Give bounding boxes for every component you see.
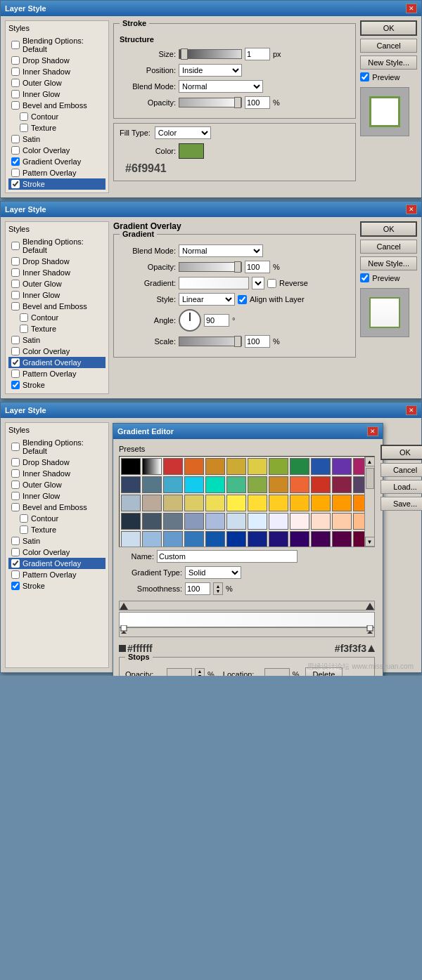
w2-opacity-thumb[interactable] — [234, 261, 241, 273]
sidebar-item-pattern-overlay-3[interactable]: Pattern Overlay — [8, 569, 106, 580]
satin-checkbox-3[interactable] — [11, 537, 20, 545]
sidebar-item-contour-1[interactable]: Contour — [8, 111, 106, 122]
stops-location-input[interactable] — [264, 668, 290, 676]
stops-opacity-input[interactable] — [167, 668, 192, 676]
scroll-down-arrow[interactable]: ▼ — [365, 537, 375, 547]
ge-cancel-button[interactable]: Cancel — [381, 463, 422, 477]
preset-4-1[interactable] — [142, 531, 162, 547]
bevel-checkbox-3[interactable] — [11, 503, 20, 511]
preset-2-3[interactable] — [184, 495, 204, 511]
inner-glow-checkbox-3[interactable] — [11, 492, 20, 500]
sidebar-item-outer-glow-2[interactable]: Outer Glow — [8, 278, 106, 289]
ge-load-button[interactable]: Load... — [381, 480, 422, 494]
sidebar-item-satin-3[interactable]: Satin — [8, 535, 106, 547]
sidebar-item-blending-2[interactable]: Blending Options: Default — [8, 236, 106, 256]
opacity-stop-left[interactable] — [120, 603, 128, 610]
satin-checkbox-2[interactable] — [11, 336, 20, 344]
preset-1-3[interactable] — [184, 476, 204, 493]
new-style-button-1[interactable]: New Style... — [360, 55, 417, 70]
texture-checkbox-2[interactable] — [20, 325, 28, 333]
pattern-overlay-checkbox-3[interactable] — [11, 570, 20, 579]
sidebar-item-outer-glow-3[interactable]: Outer Glow — [8, 479, 106, 490]
preset-4-4[interactable] — [205, 531, 225, 547]
preset-2-4[interactable] — [205, 495, 225, 511]
satin-checkbox-1[interactable] — [11, 135, 20, 143]
drop-shadow-checkbox-1[interactable] — [11, 56, 20, 65]
preset-4-3[interactable] — [184, 531, 204, 547]
gradient-bar[interactable] — [119, 612, 375, 627]
sidebar-item-texture-2[interactable]: Texture — [8, 323, 106, 334]
color-stop-left[interactable] — [120, 625, 128, 635]
opacity-input[interactable] — [245, 96, 270, 109]
w2-opacity-input[interactable] — [245, 261, 270, 273]
stroke-checkbox-2[interactable] — [11, 381, 20, 389]
sidebar-item-inner-shadow-1[interactable]: Inner Shadow — [8, 66, 106, 77]
sidebar-item-inner-glow-1[interactable]: Inner Glow — [8, 89, 106, 100]
sidebar-item-pattern-overlay-1[interactable]: Pattern Overlay — [8, 167, 106, 178]
inner-shadow-checkbox-2[interactable] — [11, 268, 20, 277]
blending-checkbox-1[interactable] — [11, 41, 20, 49]
w2-gradient-arrow[interactable] — [252, 277, 264, 289]
preset-4-6[interactable] — [248, 531, 267, 547]
preset-3-1[interactable] — [142, 513, 162, 530]
preset-4-5[interactable] — [226, 531, 246, 547]
cancel-button-2[interactable]: Cancel — [360, 240, 417, 254]
preset-4-9[interactable] — [311, 531, 331, 547]
sidebar-item-outer-glow-1[interactable]: Outer Glow — [8, 77, 106, 89]
preset-3-7[interactable] — [269, 513, 288, 530]
preset-0-6[interactable] — [248, 458, 267, 475]
preview-checkbox-1[interactable] — [360, 72, 369, 81]
preset-0-4[interactable] — [205, 458, 225, 475]
preset-3-2[interactable] — [163, 513, 183, 530]
w2-style-select[interactable]: Linear Radial Angle Reflected Diamond — [179, 293, 235, 306]
preset-0-10[interactable] — [332, 458, 352, 475]
sidebar-item-gradient-overlay-1[interactable]: Gradient Overlay — [8, 156, 106, 167]
preset-3-4[interactable] — [205, 513, 225, 530]
inner-glow-checkbox-2[interactable] — [11, 291, 20, 299]
preset-3-0[interactable] — [121, 513, 141, 530]
ok-button-2[interactable]: OK — [360, 221, 417, 237]
bevel-checkbox-2[interactable] — [11, 302, 20, 311]
angle-dial[interactable] — [179, 309, 201, 332]
sidebar-item-blending-3[interactable]: Blending Options: Default — [8, 437, 106, 457]
sidebar-item-drop-shadow-2[interactable]: Drop Shadow — [8, 256, 106, 267]
gradient-overlay-checkbox-2[interactable] — [11, 358, 20, 367]
size-slider-thumb[interactable] — [181, 48, 188, 60]
sidebar-item-color-overlay-3[interactable]: Color Overlay — [8, 547, 106, 558]
sidebar-item-color-overlay-1[interactable]: Color Overlay — [8, 145, 106, 156]
smoothness-stepper[interactable]: ▲ ▼ — [213, 582, 223, 595]
preset-1-6[interactable] — [248, 476, 267, 493]
inner-shadow-checkbox-3[interactable] — [11, 469, 20, 478]
presets-scrollbar[interactable]: ▲ ▼ — [364, 457, 374, 547]
close-button-3[interactable]: ✕ — [406, 405, 417, 415]
sidebar-item-gradient-overlay-3[interactable]: Gradient Overlay — [8, 558, 106, 569]
sidebar-item-stroke-2[interactable]: Stroke — [8, 379, 106, 391]
outer-glow-checkbox-1[interactable] — [11, 79, 20, 87]
preset-3-6[interactable] — [248, 513, 267, 530]
preset-2-8[interactable] — [290, 495, 309, 511]
sidebar-item-inner-shadow-2[interactable]: Inner Shadow — [8, 267, 106, 278]
gradient-overlay-checkbox-1[interactable] — [11, 157, 20, 166]
preset-1-8[interactable] — [290, 476, 309, 493]
preset-4-7[interactable] — [269, 531, 288, 547]
stroke-checkbox-3[interactable] — [11, 582, 20, 590]
blend-mode-select[interactable]: Normal — [179, 80, 263, 93]
preset-3-8[interactable] — [290, 513, 309, 530]
opacity-stops-area[interactable] — [119, 601, 375, 610]
preset-1-4[interactable] — [205, 476, 225, 493]
opacity-stop-right[interactable] — [366, 603, 374, 610]
preset-3-3[interactable] — [184, 513, 204, 530]
preset-3-5[interactable] — [226, 513, 246, 530]
opacity-slider[interactable] — [179, 98, 242, 107]
drop-shadow-checkbox-3[interactable] — [11, 458, 20, 466]
contour-checkbox-1[interactable] — [20, 112, 28, 121]
sidebar-item-satin-2[interactable]: Satin — [8, 334, 106, 346]
preset-1-0[interactable] — [121, 476, 141, 493]
preset-2-6[interactable] — [248, 495, 267, 511]
preset-0-9[interactable] — [311, 458, 331, 475]
sidebar-item-color-overlay-2[interactable]: Color Overlay — [8, 346, 106, 357]
sidebar-item-bevel-2[interactable]: Bevel and Emboss — [8, 301, 106, 312]
cancel-button-1[interactable]: Cancel — [360, 39, 417, 53]
texture-checkbox-3[interactable] — [20, 525, 28, 534]
stroke-checkbox-1[interactable] — [11, 180, 20, 188]
